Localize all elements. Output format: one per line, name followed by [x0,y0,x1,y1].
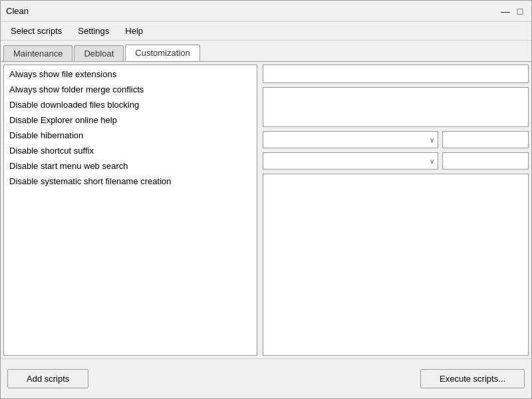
left-panel: Always show file extensionsAlways show f… [1,62,260,358]
tab-maintenance[interactable]: Maintenance [3,45,72,61]
script-name-input[interactable] [263,65,529,83]
menu-settings[interactable]: Settings [70,24,116,38]
list-item[interactable]: Always show file extensions [4,66,257,82]
dropdown-extra-1 [442,131,529,148]
tabs-bar: Maintenance Debloat Customization [1,41,531,61]
menu-select-scripts[interactable]: Select scripts [3,24,69,38]
main-area: Always show file extensionsAlways show f… [1,61,531,358]
dropdown-extra-2 [442,152,529,170]
list-item[interactable]: Disable systematic short filename creati… [4,174,257,189]
add-scripts-button[interactable]: Add scripts [7,369,88,388]
script-list-container: Always show file extensionsAlways show f… [3,65,257,356]
dropdown-1[interactable] [263,131,438,148]
list-item[interactable]: Disable downloaded files blocking [4,97,257,112]
maximize-button[interactable]: □ [514,5,526,17]
dropdown-row-2 [263,152,529,170]
list-item[interactable]: Disable hibernation [4,128,257,143]
dropdown-row-1 [263,131,529,148]
window-title: Clean [6,6,29,16]
script-description-textarea[interactable] [263,87,529,127]
title-bar-controls: — □ [499,5,526,17]
tab-customization[interactable]: Customization [125,45,200,61]
tab-debloat[interactable]: Debloat [74,45,124,61]
minimize-button[interactable]: — [499,5,511,17]
list-item[interactable]: Always show folder merge conflicts [4,82,257,97]
script-content-textarea[interactable] [263,174,529,356]
menu-help[interactable]: Help [118,24,150,38]
main-window: Clean — □ Select scripts Settings Help M… [0,0,532,399]
menu-bar: Select scripts Settings Help [1,22,531,41]
bottom-bar: Add scripts Execute scripts... [1,358,531,398]
dropdown-wrapper-1 [263,131,438,148]
list-item[interactable]: Disable shortcut suffix [4,143,257,158]
title-bar: Clean — □ [1,1,531,22]
title-bar-left: Clean [6,6,29,16]
list-item[interactable]: Disable start menu web search [4,158,257,174]
execute-scripts-button[interactable]: Execute scripts... [420,369,525,388]
right-panel [260,62,531,358]
script-list[interactable]: Always show file extensionsAlways show f… [4,65,257,355]
dropdown-wrapper-2 [263,152,438,170]
dropdown-2[interactable] [263,152,438,170]
list-item[interactable]: Disable Explorer online help [4,112,257,128]
